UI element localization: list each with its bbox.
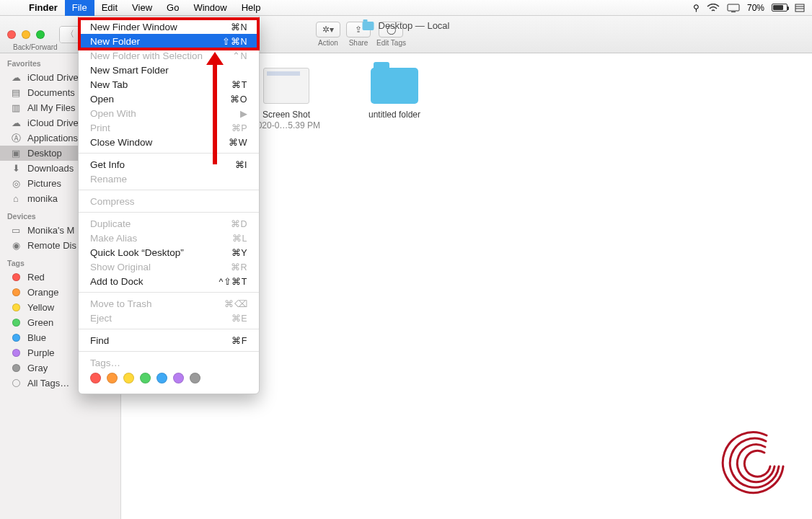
menu-edit[interactable]: Edit — [94, 0, 125, 16]
svg-rect-1 — [731, 12, 736, 12]
action-button[interactable]: ✲▾ — [316, 22, 340, 37]
tag-color[interactable] — [140, 373, 151, 383]
menu-item-label: Eject — [90, 313, 112, 324]
menu-item-make-alias: Make Alias⌘L — [79, 231, 259, 245]
minimize-button[interactable] — [22, 30, 30, 39]
menu-window[interactable]: Window — [186, 0, 234, 16]
bluetooth-icon[interactable]: ⚲ — [693, 3, 700, 13]
sidebar-item-label: Green — [27, 317, 53, 328]
tag-color[interactable] — [90, 373, 101, 383]
tag-color[interactable] — [173, 373, 184, 383]
sidebar-item-label: Purple — [27, 347, 55, 358]
annotation-highlight-box — [78, 17, 260, 50]
menu-item-label: Print — [90, 123, 110, 133]
desktop-icon: ▣ — [10, 148, 22, 159]
pic-icon: ◎ — [10, 179, 22, 189]
tag-dot-icon — [10, 303, 22, 313]
menu-item-rename: Rename — [79, 172, 259, 186]
file-thumbnail — [263, 68, 309, 104]
menubar-status: ⚲ 70% — [693, 3, 812, 13]
menu-item-label: Move to Trash — [90, 298, 152, 309]
menu-go[interactable]: Go — [159, 0, 186, 16]
menu-file[interactable]: File — [65, 0, 94, 16]
menu-item-open-with: Open With▶ — [79, 106, 259, 120]
sidebar-item-label: iCloud Drive — [27, 72, 79, 83]
sidebar-item-label: Applications — [27, 133, 78, 143]
traffic-lights — [7, 30, 45, 39]
tag-color[interactable] — [190, 373, 200, 383]
menu-item-label: Rename — [90, 174, 127, 185]
menu-view[interactable]: View — [125, 0, 159, 16]
menu-item-open[interactable]: Open⌘O — [79, 92, 259, 106]
menu-item-label: New Folder with Selection — [90, 50, 203, 61]
sidebar-item-label: Desktop — [27, 148, 62, 159]
tag-color[interactable] — [156, 373, 167, 383]
menu-item-label: New Smart Folder — [90, 65, 169, 76]
folder-icon — [363, 22, 374, 30]
sidebar-item-label: Documents — [27, 87, 75, 98]
tag-color[interactable] — [107, 373, 118, 383]
file-item[interactable]: untitled folder — [355, 68, 434, 120]
menu-item-close-window[interactable]: Close Window⌘W — [79, 135, 259, 149]
menu-item-label: Get Info — [90, 159, 125, 170]
tag-dot-icon — [10, 318, 22, 328]
close-button[interactable] — [7, 30, 16, 39]
menu-item-new-folder-with-selection: New Folder with Selection⌃N — [79, 48, 259, 63]
menu-item-label: Make Alias — [90, 233, 137, 244]
apps-icon: Ⓐ — [10, 133, 22, 143]
menu-help[interactable]: Help — [234, 0, 268, 16]
sidebar-item-label: All Tags… — [27, 378, 69, 389]
back-button[interactable]: 〈 — [60, 27, 80, 43]
sidebar-item-label: monika — [27, 193, 58, 204]
tag-dot-icon — [10, 363, 22, 373]
menu-item-new-smart-folder[interactable]: New Smart Folder — [79, 63, 259, 77]
fullscreen-button[interactable] — [36, 30, 45, 39]
menu-item-label: New Tab — [90, 79, 128, 90]
menu-item-shortcut: ^⇧⌘T — [219, 276, 247, 287]
share-label: Share — [349, 39, 369, 47]
app-name[interactable]: Finder — [22, 2, 65, 13]
cloud-icon: ☁︎ — [10, 118, 22, 128]
menu-item-shortcut: ⌘I — [235, 159, 247, 170]
sidebar-item-label: Downloads — [27, 163, 74, 174]
down-icon: ⬇︎ — [10, 164, 22, 174]
sidebar-item-label: Remote Dis — [27, 240, 76, 251]
menu-item-shortcut: ⌘⌫ — [224, 298, 247, 309]
menu-item-find[interactable]: Find⌘F — [79, 333, 259, 347]
battery-icon[interactable] — [772, 4, 787, 12]
nav-label: Back/Forward — [13, 43, 58, 51]
wifi-icon[interactable] — [707, 4, 720, 12]
window-title: Desktop — Local — [363, 20, 450, 31]
menu-item-shortcut: ⌘P — [231, 123, 247, 133]
menu-item-label: Close Window — [90, 137, 152, 148]
control-icon[interactable] — [795, 4, 805, 12]
menu-item-shortcut: ▶ — [240, 108, 248, 119]
menu-item-show-original: Show Original⌘R — [79, 260, 259, 274]
disc-icon: ◉ — [10, 241, 22, 251]
menu-item-new-tab[interactable]: New Tab⌘T — [79, 77, 259, 92]
menu-item-shortcut: ⌘O — [230, 94, 247, 105]
sidebar-item-label: Yellow — [27, 302, 54, 313]
sidebar-item-label: Pictures — [27, 178, 61, 189]
file-name: untitled folder — [355, 110, 434, 120]
folder-icon — [371, 68, 418, 104]
tag-color[interactable] — [123, 373, 134, 383]
sidebar-item-label: Monika's M — [27, 225, 74, 236]
menu-item-shortcut: ⌘F — [231, 335, 247, 346]
edit-tags-label: Edit Tags — [376, 39, 406, 47]
sidebar-item-label: All My Files — [27, 102, 75, 113]
menu-item-shortcut: ⌘D — [231, 218, 247, 229]
menu-item-label: Open — [90, 94, 114, 105]
sidebar-item-label: Orange — [27, 287, 58, 298]
menu-item-quick-look-desktop-[interactable]: Quick Look “Desktop”⌘Y — [79, 245, 259, 260]
display-icon[interactable] — [727, 4, 740, 12]
menu-item-add-to-dock[interactable]: Add to Dock^⇧⌘T — [79, 274, 259, 288]
file-menu-dropdown: New Finder Window⌘NNew Folder⇧⌘NNew Fold… — [78, 16, 260, 394]
menu-item-shortcut: ⌘W — [229, 137, 247, 148]
svg-rect-2 — [795, 4, 804, 12]
battery-percent: 70% — [747, 3, 764, 13]
menu-item-shortcut: ⌘R — [231, 262, 247, 272]
cloud-icon: ☁︎ — [10, 73, 22, 83]
menu-item-label: Show Original — [90, 262, 151, 272]
menu-item-get-info[interactable]: Get Info⌘I — [79, 157, 259, 172]
